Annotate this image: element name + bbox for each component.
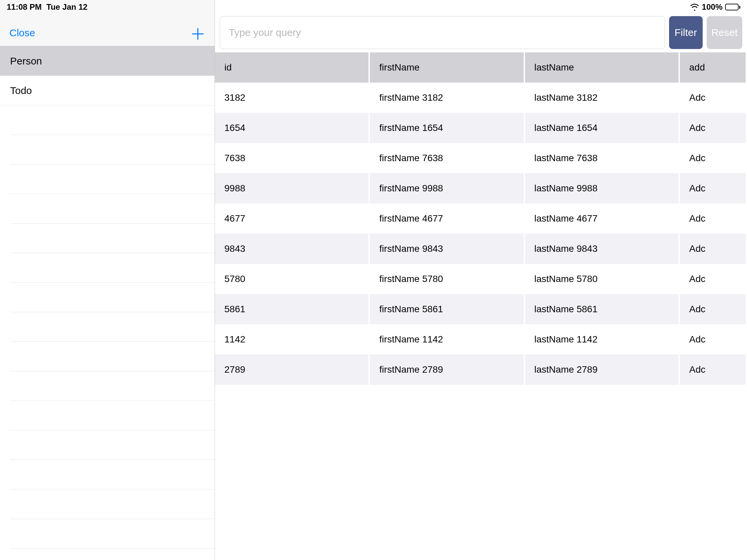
table-wrap[interactable]: idfirstNamelastNameadd3182firstName 3182… [215,52,747,560]
sidebar-empty-row [10,105,215,135]
cell-lastName: lastName 9843 [525,234,680,264]
sidebar-empty-row [10,283,215,312]
sidebar-empty-row [10,223,215,253]
plus-icon [190,27,205,41]
status-time: 11:08 PM [7,2,42,12]
cell-addr: Adc [680,113,747,143]
table-row[interactable]: 5780firstName 5780lastName 5780Adc [215,264,747,294]
cell-firstName: firstName 7638 [370,143,525,173]
sidebar-empty-row [10,460,215,489]
sidebar-empty-row [10,489,215,519]
sidebar-empty-row [10,253,215,283]
table-row[interactable]: 4677firstName 4677lastName 4677Adc [215,204,747,234]
cell-addr: Adc [680,294,747,324]
sidebar-empty-row [10,371,215,401]
column-header-id[interactable]: id [215,52,370,83]
cell-id: 1142 [215,324,370,354]
sidebar-item-label: Todo [10,85,32,96]
cell-firstName: firstName 1654 [370,113,525,143]
cell-id: 7638 [215,143,370,173]
cell-id: 1654 [215,113,370,143]
sidebar-item-label: Person [10,55,42,67]
column-header-add[interactable]: add [680,52,747,83]
cell-id: 9988 [215,173,370,204]
table-row[interactable]: 2789firstName 2789lastName 2789Adc [215,354,747,385]
cell-lastName: lastName 2789 [525,354,680,385]
cell-addr: Adc [680,324,747,354]
cell-firstName: firstName 9843 [370,234,525,264]
cell-addr: Adc [680,204,747,234]
column-header-lastName[interactable]: lastName [525,52,680,83]
sidebar-item-person[interactable]: Person [0,46,215,76]
cell-firstName: firstName 4677 [370,204,525,234]
close-button[interactable]: Close [9,27,35,38]
table-row[interactable]: 3182firstName 3182lastName 3182Adc [215,83,747,113]
cell-addr: Adc [680,354,747,385]
sidebar-empty-row [10,194,215,223]
status-date: Tue Jan 12 [46,2,87,12]
cell-addr: Adc [680,264,747,294]
cell-lastName: lastName 9988 [525,173,680,204]
cell-addr: Adc [680,234,747,264]
cell-firstName: firstName 1142 [370,324,525,354]
cell-lastName: lastName 5861 [525,294,680,324]
sidebar-empty-row [10,342,215,371]
cell-firstName: firstName 5780 [370,264,525,294]
cell-firstName: firstName 5861 [370,294,525,324]
sidebar: Close PersonTodo [0,0,215,560]
table-row[interactable]: 9988firstName 9988lastName 9988Adc [215,173,747,204]
cell-addr: Adc [680,83,747,113]
main: Filter Reset idfirstNamelastNameadd3182f… [215,0,747,560]
cell-lastName: lastName 1654 [525,113,680,143]
cell-lastName: lastName 1142 [525,324,680,354]
table-row[interactable]: 1654firstName 1654lastName 1654Adc [215,113,747,143]
table-row[interactable]: 7638firstName 7638lastName 7638Adc [215,143,747,173]
cell-id: 4677 [215,204,370,234]
sidebar-item-todo[interactable]: Todo [0,76,215,105]
cell-lastName: lastName 5780 [525,264,680,294]
sidebar-empty-row [10,312,215,342]
status-bar: 11:08 PM Tue Jan 12 100% [0,0,747,12]
column-header-firstName[interactable]: firstName [370,52,525,83]
status-battery-pct: 100% [702,2,722,12]
cell-id: 5780 [215,264,370,294]
cell-id: 9843 [215,234,370,264]
sidebar-empty-row [10,519,215,549]
cell-lastName: lastName 7638 [525,143,680,173]
filter-button[interactable]: Filter [669,16,703,49]
data-table: idfirstNamelastNameadd3182firstName 3182… [215,52,747,385]
reset-button[interactable]: Reset [707,16,742,49]
add-button[interactable] [190,27,205,41]
battery-icon [725,4,740,10]
cell-firstName: firstName 2789 [370,354,525,385]
query-input[interactable] [220,16,665,49]
sidebar-empty-row [10,401,215,430]
sidebar-empty-row [10,135,215,164]
cell-id: 5861 [215,294,370,324]
cell-lastName: lastName 3182 [525,83,680,113]
table-row[interactable]: 9843firstName 9843lastName 9843Adc [215,234,747,264]
table-row[interactable]: 1142firstName 1142lastName 1142Adc [215,324,747,354]
cell-lastName: lastName 4677 [525,204,680,234]
table-header: idfirstNamelastNameadd [215,52,747,83]
wifi-icon [690,3,699,11]
cell-firstName: firstName 3182 [370,83,525,113]
sidebar-empty-row [10,164,215,194]
cell-id: 3182 [215,83,370,113]
cell-addr: Adc [680,143,747,173]
cell-addr: Adc [680,173,747,204]
table-row[interactable]: 5861firstName 5861lastName 5861Adc [215,294,747,324]
cell-firstName: firstName 9988 [370,173,525,204]
sidebar-empty-row [10,430,215,460]
cell-id: 2789 [215,354,370,385]
sidebar-list: PersonTodo [0,46,215,560]
